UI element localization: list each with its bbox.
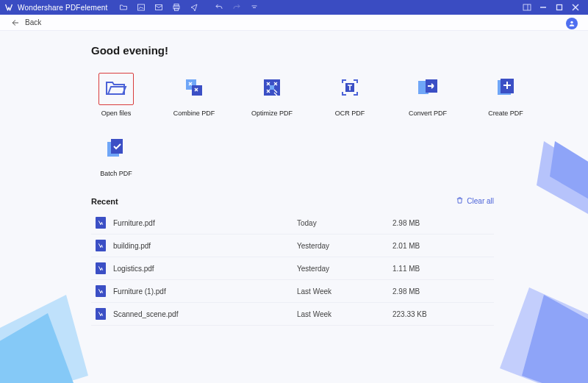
image-icon[interactable]: [136, 2, 146, 12]
recent-row[interactable]: Furniture.pdfToday2.98 MB: [91, 212, 494, 235]
file-date: Last Week: [297, 303, 392, 326]
greeting-title: Good evening!: [91, 44, 588, 57]
recent-table: Furniture.pdfToday2.98 MBbuilding.pdfYes…: [91, 212, 494, 326]
tile-convert-pdf[interactable]: Convert PDF: [403, 73, 453, 117]
tile-label: Batch PDF: [100, 170, 132, 177]
file-name: Logistics.pdf: [113, 265, 154, 273]
recent-row[interactable]: building.pdfYesterday2.01 MB: [91, 235, 494, 257]
file-size: 2.01 MB: [392, 235, 494, 257]
ocr-icon: [340, 78, 360, 100]
action-tiles-row-2: Batch PDF: [91, 133, 588, 177]
tile-combine-pdf[interactable]: Combine PDF: [169, 73, 219, 117]
redo-icon[interactable]: [232, 2, 242, 12]
tile-label: Optimize PDF: [251, 110, 293, 117]
back-label: Back: [25, 18, 41, 26]
minimize-button[interactable]: [535, 0, 551, 15]
file-date: Today: [297, 212, 392, 235]
tile-label: Open files: [101, 110, 132, 117]
combine-icon: [183, 78, 205, 100]
overflow-icon[interactable]: [249, 2, 259, 12]
trash-icon: [456, 196, 464, 206]
mail-icon[interactable]: [154, 2, 164, 12]
file-name: Scanned_scene.pdf: [113, 310, 178, 318]
pdf-file-icon: [96, 240, 106, 251]
tile-create-pdf[interactable]: Create PDF: [481, 73, 531, 117]
clear-all-label: Clear all: [467, 197, 494, 205]
tile-label: OCR PDF: [335, 110, 365, 117]
svg-rect-22: [111, 139, 123, 154]
app-title: Wondershare PDFelement: [18, 4, 108, 12]
close-button[interactable]: [567, 0, 584, 15]
file-name: Furniture (1).pdf: [113, 287, 166, 296]
pdf-file-icon: [96, 308, 106, 320]
svg-rect-4: [174, 8, 178, 11]
back-bar: Back: [0, 15, 588, 31]
tile-label: Combine PDF: [173, 110, 215, 117]
tile-label: Create PDF: [488, 110, 523, 117]
convert-icon: [417, 78, 439, 100]
undo-icon[interactable]: [214, 2, 224, 12]
home-content: Good evening! Open files Combine PDF Opt…: [0, 31, 588, 383]
print-icon[interactable]: [171, 2, 182, 12]
app-logo-icon: [4, 3, 13, 12]
share-icon[interactable]: [189, 2, 199, 12]
file-date: Yesterday: [297, 257, 392, 280]
recent-row[interactable]: Scanned_scene.pdfLast Week223.33 KB: [91, 303, 494, 326]
tile-open-files[interactable]: Open files: [91, 73, 141, 117]
open-folder-icon[interactable]: [118, 2, 129, 12]
file-size: 2.98 MB: [392, 280, 494, 303]
optimize-icon: [262, 78, 282, 100]
svg-rect-8: [557, 5, 562, 10]
file-name: building.pdf: [113, 242, 151, 250]
svg-rect-15: [270, 85, 274, 90]
window-panel-icon[interactable]: [519, 0, 535, 15]
recent-section: Recent Clear all Furniture.pdfToday2.98 …: [91, 196, 494, 326]
recent-row[interactable]: Logistics.pdfYesterday1.11 MB: [91, 257, 494, 280]
maximize-button[interactable]: [551, 0, 567, 15]
tile-label: Convert PDF: [409, 110, 447, 117]
pdf-file-icon: [96, 262, 106, 274]
svg-rect-5: [523, 4, 531, 10]
create-icon: [495, 78, 516, 100]
file-size: 2.98 MB: [392, 212, 494, 235]
pdf-file-icon: [96, 285, 106, 297]
recent-row[interactable]: Furniture (1).pdfLast Week2.98 MB: [91, 280, 494, 303]
file-date: Yesterday: [297, 235, 392, 257]
batch-icon: [106, 137, 126, 161]
file-size: 223.33 KB: [392, 303, 494, 326]
action-tiles-row-1: Open files Combine PDF Optimize PDF OCR …: [91, 73, 588, 117]
titlebar: Wondershare PDFelement: [0, 0, 588, 15]
file-date: Last Week: [297, 280, 392, 303]
tile-batch-pdf[interactable]: Batch PDF: [91, 133, 141, 177]
file-size: 1.11 MB: [392, 257, 494, 280]
clear-all-button[interactable]: Clear all: [456, 196, 494, 206]
svg-point-11: [570, 21, 573, 24]
tile-optimize-pdf[interactable]: Optimize PDF: [247, 73, 297, 117]
back-button[interactable]: Back: [10, 18, 41, 26]
user-avatar[interactable]: [566, 18, 578, 29]
folder-open-icon: [105, 78, 127, 100]
pdf-file-icon: [96, 217, 106, 229]
tile-ocr-pdf[interactable]: OCR PDF: [325, 73, 375, 117]
file-name: Furniture.pdf: [113, 219, 155, 227]
recent-title: Recent: [91, 197, 118, 206]
